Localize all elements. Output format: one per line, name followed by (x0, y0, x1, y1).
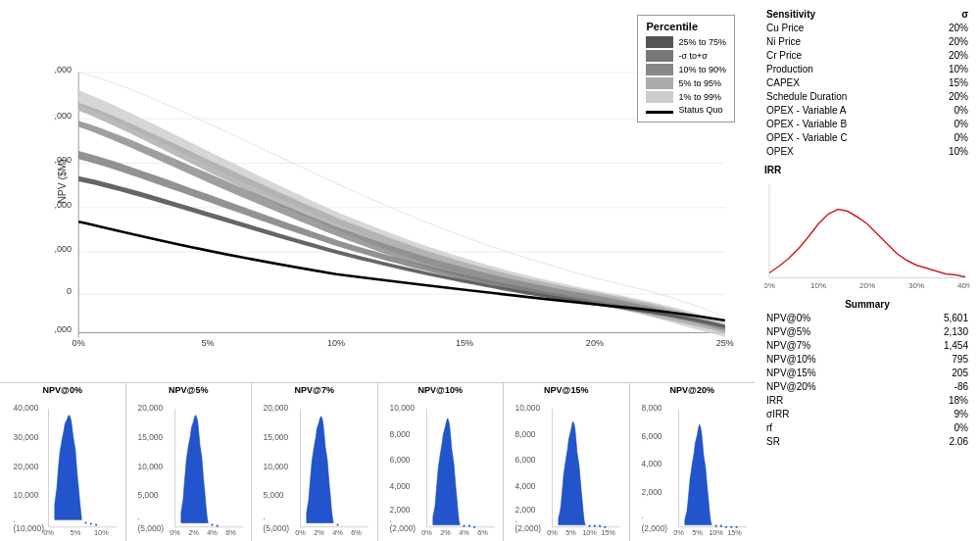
sensitivity-name-8: OPEX - Variable C (764, 131, 925, 145)
svg-text:4%: 4% (207, 528, 218, 537)
sub-chart-3: NPV@10% 10,000 8,000 6,000 4,000 2,000 .… (378, 383, 505, 541)
svg-point-77 (467, 525, 469, 527)
sub-chart-title-4: NPV@15% (507, 385, 626, 395)
svg-point-78 (473, 526, 475, 528)
svg-text:0%: 0% (43, 528, 54, 537)
sensitivity-name-7: OPEX - Variable B (764, 118, 925, 131)
summary-row-6: IRR 18% (764, 394, 970, 408)
legend-color-1 (646, 36, 673, 48)
svg-text:10,000: 10,000 (263, 462, 288, 471)
sub-chart-svg-1: 20,000 15,000 10,000 5,000 . (5,000) 0% … (129, 397, 249, 539)
legend-item-4: 5% to 95% (646, 77, 726, 89)
sensitivity-row-8: OPEX - Variable C 0% (764, 131, 970, 145)
svg-text:10%: 10% (810, 281, 826, 290)
summary-value-0: 5,601 (899, 312, 970, 325)
x-axis-label: Discount Rate (370, 352, 433, 353)
svg-text:0: 0 (67, 286, 72, 296)
svg-point-112 (735, 526, 737, 528)
svg-text:6,000: 6,000 (514, 455, 535, 465)
svg-point-111 (730, 526, 732, 528)
svg-text:10,000: 10,000 (514, 403, 540, 413)
svg-point-34 (90, 522, 92, 524)
svg-text:0%: 0% (421, 528, 432, 537)
sensitivity-title: Sensitivity (764, 8, 925, 22)
svg-text:30%: 30% (908, 281, 924, 290)
svg-text:40,000: 40,000 (14, 403, 39, 413)
sub-chart-svg-5: 8,000 6,000 4,000 2,000 . (2,000) 0% 5% … (633, 397, 753, 539)
svg-text:(10,000): (10,000) (14, 523, 45, 533)
legend-color-6 (646, 111, 673, 114)
sub-chart-title-5: NPV@20% (633, 385, 753, 395)
svg-text:0%: 0% (170, 528, 180, 537)
svg-text:20,000: 20,000 (54, 111, 72, 121)
sub-chart-5: NPV@20% 8,000 6,000 4,000 2,000 . (2,000… (630, 383, 756, 541)
svg-text:2%: 2% (188, 528, 199, 537)
summary-name-2: NPV@7% (764, 339, 899, 353)
sensitivity-value-4: 15% (925, 76, 970, 90)
svg-text:0%: 0% (764, 281, 775, 290)
svg-text:20%: 20% (586, 338, 604, 348)
svg-point-93 (594, 525, 596, 527)
svg-text:(5,000): (5,000) (137, 523, 164, 533)
sensitivity-value-6: 0% (925, 104, 970, 118)
legend-color-3 (646, 64, 673, 75)
sub-chart-svg-3: 10,000 8,000 6,000 4,000 2,000 . (2,000)… (381, 397, 501, 539)
sensitivity-sigma-header: σ (925, 8, 970, 22)
sensitivity-row-7: OPEX - Variable B 0% (764, 118, 970, 131)
svg-text:.: . (137, 512, 139, 521)
summary-name-8: rf (764, 421, 899, 435)
svg-point-76 (463, 525, 465, 527)
svg-text:5%: 5% (565, 528, 576, 537)
svg-text:8,000: 8,000 (514, 429, 535, 439)
summary-row-5: NPV@20% -86 (764, 380, 970, 394)
sensitivity-row-4: CAPEX 15% (764, 76, 970, 90)
svg-text:(2,000): (2,000) (514, 523, 541, 533)
svg-text:2%: 2% (440, 528, 451, 537)
sensitivity-name-0: Cu Price (764, 22, 925, 35)
svg-text:10%: 10% (582, 528, 597, 537)
summary-title: Summary (764, 299, 970, 310)
legend-item-2: -σ to+σ (646, 50, 726, 62)
sensitivity-name-3: Production (764, 63, 925, 76)
sub-chart-2: NPV@7% 20,000 15,000 10,000 5,000 . (5,0… (252, 383, 378, 541)
summary-row-3: NPV@10% 795 (764, 353, 970, 367)
sub-chart-0: NPV@0% 40,000 30,000 20,000 10,000 . (10… (0, 383, 126, 541)
legend-label-1: 25% to 75% (678, 37, 726, 47)
summary-row-2: NPV@7% 1,454 (764, 339, 970, 353)
summary-row-4: NPV@15% 205 (764, 367, 970, 380)
svg-text:-5,000: -5,000 (54, 324, 72, 334)
svg-text:6%: 6% (225, 528, 236, 537)
svg-text:6,000: 6,000 (641, 431, 662, 441)
sensitivity-value-9: 10% (925, 145, 970, 159)
legend-label-4: 5% to 95% (678, 78, 721, 88)
sensitivity-value-7: 0% (925, 118, 970, 131)
legend-color-2 (646, 50, 673, 62)
sub-chart-title-3: NPV@10% (381, 385, 501, 395)
svg-text:6,000: 6,000 (389, 455, 410, 465)
summary-name-7: σIRR (764, 408, 899, 421)
sub-chart-svg-2: 20,000 15,000 10,000 5,000 . (5,000) 0% … (255, 397, 374, 539)
svg-point-62 (336, 524, 338, 526)
svg-text:0%: 0% (547, 528, 558, 537)
svg-point-109 (719, 525, 721, 527)
svg-text:5%: 5% (202, 338, 215, 348)
sensitivity-value-3: 10% (925, 63, 970, 76)
summary-row-0: NPV@0% 5,601 (764, 312, 970, 325)
sensitivity-value-5: 20% (925, 90, 970, 104)
irr-chart-svg: 0% 10% 20% 30% 40% (764, 177, 970, 295)
svg-text:15%: 15% (601, 528, 615, 537)
svg-text:30,000: 30,000 (14, 432, 39, 442)
svg-text:6%: 6% (477, 528, 488, 537)
svg-text:10,000: 10,000 (54, 200, 72, 210)
svg-text:10,000: 10,000 (137, 462, 163, 471)
sensitivity-row-0: Cu Price 20% (764, 22, 970, 35)
sensitivity-row-6: OPEX - Variable A 0% (764, 104, 970, 118)
legend-label-3: 10% to 90% (678, 65, 726, 74)
sensitivity-value-2: 20% (925, 49, 970, 63)
sensitivity-name-2: Cr Price (764, 49, 925, 63)
svg-point-94 (599, 525, 601, 527)
svg-point-35 (95, 524, 97, 526)
svg-text:15%: 15% (456, 338, 473, 348)
summary-value-8: 0% (899, 421, 970, 435)
summary-value-6: 18% (899, 394, 970, 408)
